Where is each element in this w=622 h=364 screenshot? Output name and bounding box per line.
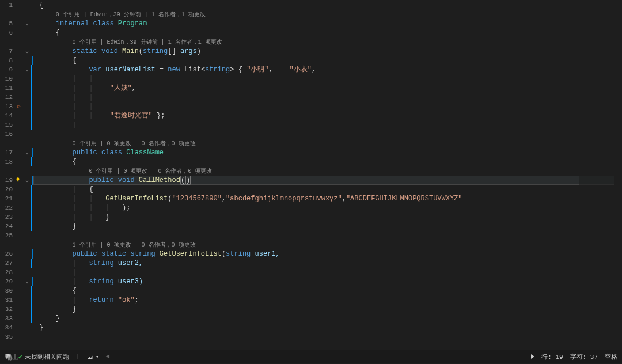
method-getuserinfolist: GetUserInfoList <box>156 250 222 258</box>
code-editor[interactable]: 1567891011121314151617181920212223242526… <box>0 0 622 350</box>
codelens-callmethod[interactable]: 0 个引用 | 0 项更改 | 0 名作者，0 项更改 <box>89 168 212 175</box>
line-number-gutter: 1567891011121314151617181920212223242526… <box>0 0 15 350</box>
glyph-margin: ▷ <box>15 0 23 350</box>
fold-toggle[interactable]: ⌄ <box>23 65 31 74</box>
class-classname: ClassName <box>126 149 164 157</box>
codelens-getuserinfo[interactable]: 1 个引用 | 0 项更改 | 0 名作者，0 项更改 <box>73 242 196 248</box>
status-bar: ✔未找到相关问题 | ▾ ◄ 行: 19 字符: 37 空格 <box>0 350 622 363</box>
class-name: Program <box>118 20 147 28</box>
brace: { <box>39 1 43 9</box>
svg-rect-1 <box>17 180 19 181</box>
fold-toggle[interactable]: ⌄ <box>23 176 31 185</box>
lightbulb-icon <box>15 176 23 185</box>
fold-gutter[interactable]: ⌄⌄⌄⌄⌄⌄ <box>23 0 31 350</box>
status-no-issues[interactable]: ✔未找到相关问题 <box>18 352 69 361</box>
minimap[interactable] <box>579 0 614 350</box>
method-main: Main <box>122 47 139 55</box>
code-area[interactable]: { 0 个引用 | Edwin，39 分钟前 | 1 名作者，1 项更改 int… <box>33 0 622 350</box>
status-line[interactable]: 行: 19 <box>541 352 563 361</box>
vertical-scrollbar[interactable] <box>614 0 622 350</box>
codelens-program[interactable]: 0 个引用 | Edwin，39 分钟前 | 1 名作者，1 项更改 <box>56 12 206 18</box>
svg-point-0 <box>17 177 20 180</box>
play-icon[interactable] <box>531 354 534 359</box>
build-icon[interactable]: ▾ <box>86 353 98 360</box>
fold-toggle[interactable]: ⌄ <box>23 148 31 157</box>
fold-toggle[interactable]: ⌄ <box>23 277 31 286</box>
breakpoint-arrow-icon: ▷ <box>15 102 23 111</box>
fold-toggle[interactable]: ⌄ <box>23 19 31 28</box>
method-callmethod: CallMethod <box>139 176 180 184</box>
status-column[interactable]: 字符: 37 <box>570 352 598 361</box>
status-indent[interactable]: 空格 <box>605 352 617 361</box>
codelens-classname[interactable]: 0 个引用 | 0 项更改 | 0 名作者，0 项更改 <box>73 141 196 147</box>
codelens-main[interactable]: 0 个引用 | Edwin，39 分钟前 | 1 名作者，1 项更改 <box>73 39 222 46</box>
keyword: internal <box>56 20 89 28</box>
output-panel-tab[interactable]: 输出 <box>0 351 24 364</box>
fold-toggle[interactable]: ⌄ <box>23 47 31 56</box>
